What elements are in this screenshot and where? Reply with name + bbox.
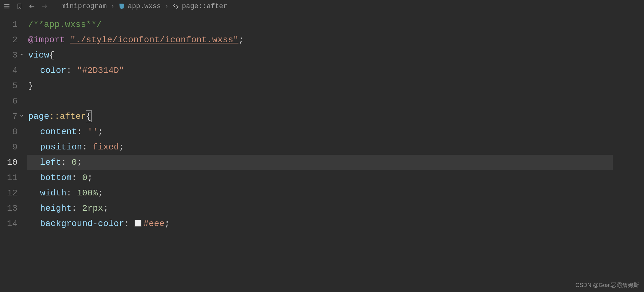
line-number-gutter: 1234567891011121314 xyxy=(0,13,19,292)
fold-toggle[interactable] xyxy=(19,48,27,63)
code-line[interactable]: left: 0; xyxy=(27,155,613,170)
code-line[interactable]: page::after{ xyxy=(27,109,613,124)
fold-toggle xyxy=(19,78,27,93)
bookmark-icon[interactable] xyxy=(15,2,24,11)
fold-toggle xyxy=(19,155,27,170)
line-number: 3 xyxy=(0,48,19,63)
code-line[interactable]: view{ xyxy=(27,48,613,63)
fold-toggle xyxy=(19,124,27,139)
line-number: 7 xyxy=(0,109,19,124)
top-toolbar: miniprogram › app.wxss › page::after xyxy=(0,0,644,13)
code-line[interactable]: } xyxy=(27,78,613,93)
code-line[interactable]: @import "./style/iconfont/iconfont.wxss"… xyxy=(27,32,613,48)
code-line[interactable] xyxy=(27,93,613,109)
line-number: 5 xyxy=(0,78,19,93)
fold-toggle xyxy=(19,139,27,155)
fold-toggle xyxy=(19,170,27,185)
fold-toggle[interactable] xyxy=(19,109,27,124)
fold-toggle xyxy=(19,63,27,78)
code-line[interactable]: content: ''; xyxy=(27,124,613,139)
fold-toggle xyxy=(19,216,27,231)
code-editor[interactable]: 1234567891011121314 /**app.wxss**/@impor… xyxy=(0,13,644,292)
menu-icon[interactable] xyxy=(3,2,11,11)
line-number: 1 xyxy=(0,17,19,32)
code-area[interactable]: /**app.wxss**/@import "./style/iconfont/… xyxy=(27,13,613,292)
code-line[interactable]: bottom: 0; xyxy=(27,170,613,185)
chevron-right-icon: › xyxy=(163,3,170,10)
code-line[interactable]: width: 100%; xyxy=(27,185,613,201)
code-line[interactable]: color: "#2D314D" xyxy=(27,63,613,78)
code-line[interactable]: /**app.wxss**/ xyxy=(27,17,613,32)
line-number: 11 xyxy=(0,170,19,185)
fold-gutter xyxy=(19,13,27,292)
arrow-right-icon[interactable] xyxy=(40,2,49,11)
fold-toggle xyxy=(19,32,27,48)
line-number: 12 xyxy=(0,185,19,201)
fold-toggle xyxy=(19,185,27,201)
line-number: 14 xyxy=(0,216,19,231)
line-number: 2 xyxy=(0,32,19,48)
line-number: 13 xyxy=(0,201,19,216)
line-number: 8 xyxy=(0,124,19,139)
line-number: 6 xyxy=(0,93,19,109)
fold-toggle xyxy=(19,201,27,216)
line-number: 4 xyxy=(0,63,19,78)
fold-toggle xyxy=(19,17,27,32)
code-line[interactable]: position: fixed; xyxy=(27,139,613,155)
breadcrumb-segment[interactable]: page::after xyxy=(182,3,227,10)
arrow-left-icon[interactable] xyxy=(28,2,36,11)
code-line[interactable]: height: 2rpx; xyxy=(27,201,613,216)
breadcrumb-segment[interactable]: miniprogram xyxy=(61,3,107,10)
minimap[interactable] xyxy=(613,13,644,292)
watermark: CSDN @Goat恶霸詹姆斯 xyxy=(575,281,639,289)
breadcrumb-segment[interactable]: app.wxss xyxy=(128,3,161,10)
line-number: 10 xyxy=(0,155,19,170)
css-file-icon xyxy=(118,3,125,10)
code-line[interactable]: background-color: #eee; xyxy=(27,216,613,231)
color-swatch-icon xyxy=(135,220,141,227)
fold-toggle xyxy=(19,93,27,109)
selector-icon xyxy=(172,3,179,10)
line-number: 9 xyxy=(0,139,19,155)
chevron-right-icon: › xyxy=(109,3,116,10)
breadcrumb: miniprogram › app.wxss › page::after xyxy=(61,3,227,10)
